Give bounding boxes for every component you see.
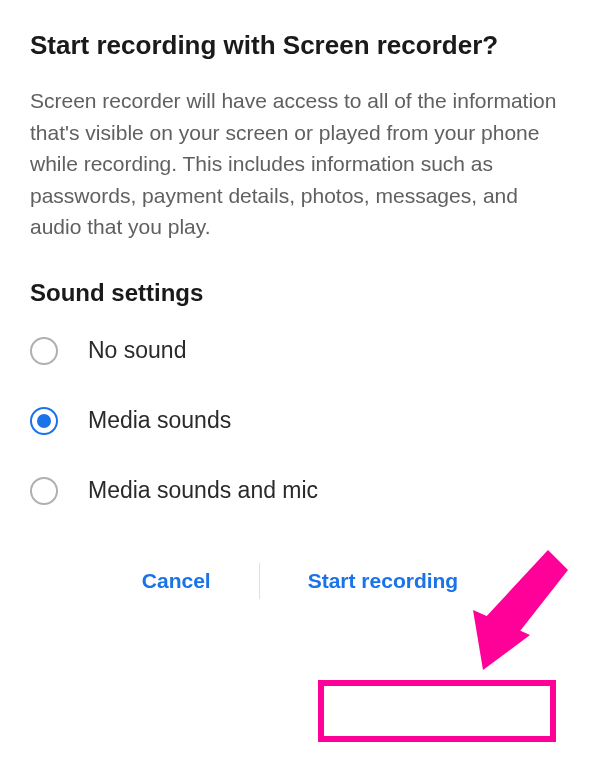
radio-media-sounds-mic[interactable]: Media sounds and mic [30, 477, 570, 505]
radio-media-sounds[interactable]: Media sounds [30, 407, 570, 435]
button-divider [259, 563, 260, 599]
dialog-description: Screen recorder will have access to all … [30, 85, 570, 243]
start-recording-button[interactable]: Start recording [280, 555, 487, 607]
cancel-button[interactable]: Cancel [114, 555, 239, 607]
dialog-title: Start recording with Screen recorder? [30, 30, 570, 61]
radio-no-sound[interactable]: No sound [30, 337, 570, 365]
radio-label: Media sounds and mic [88, 477, 318, 504]
radio-icon [30, 477, 58, 505]
sound-settings-title: Sound settings [30, 279, 570, 307]
annotation-highlight-box [318, 680, 556, 742]
sound-settings-group: No sound Media sounds Media sounds and m… [30, 337, 570, 505]
radio-icon [30, 407, 58, 435]
radio-icon [30, 337, 58, 365]
radio-label: No sound [88, 337, 186, 364]
radio-label: Media sounds [88, 407, 231, 434]
dialog-buttons: Cancel Start recording [30, 555, 570, 607]
svg-marker-1 [473, 610, 530, 670]
